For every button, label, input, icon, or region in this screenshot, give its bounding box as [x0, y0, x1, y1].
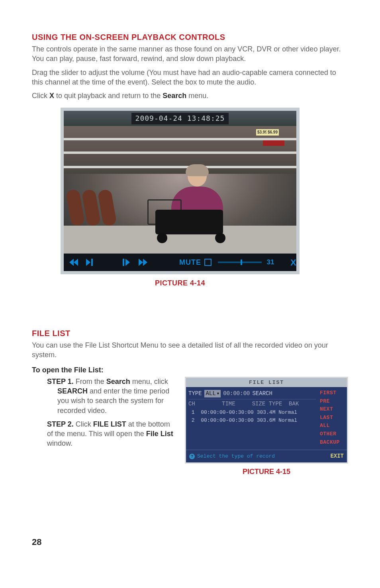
figure-caption: PICTURE 4-14 [61, 278, 300, 288]
text: From the [74, 378, 106, 385]
close-playback-button[interactable]: X [290, 257, 296, 269]
hint-icon: ? [189, 454, 195, 459]
file-list-search-row: TYPE ALL ▼ 00:00:00 SEARCH [188, 389, 316, 399]
playback-control-bar: MUTE 31 X [64, 254, 296, 271]
side-button-next[interactable]: NEXT [320, 406, 345, 413]
scooter-cart [147, 199, 247, 243]
fast-forward-icon[interactable] [139, 259, 148, 266]
price-tag: $6.99 [266, 129, 279, 136]
rewind-icon[interactable] [69, 259, 79, 266]
paragraph: You can use the File List Shortcut Menu … [32, 340, 348, 360]
heading-open-file-list: To open the File List: [32, 365, 348, 375]
type-dropdown[interactable]: ALL ▼ [204, 390, 221, 397]
search-button[interactable]: SEARCH [252, 390, 272, 397]
sale-sign [263, 140, 284, 146]
col-size: SIZE [252, 401, 266, 407]
text-bold-x: X [49, 92, 54, 100]
file-list-hint: ?Select the type of record [189, 453, 275, 460]
text: Click [32, 92, 49, 100]
heading-playback-controls: USING THE ON-SCREEN PLAYBACK CONTROLS [32, 32, 348, 43]
skip-forward-icon[interactable] [86, 259, 96, 266]
chevron-down-icon: ▼ [217, 391, 219, 396]
mute-group: MUTE 31 [179, 258, 276, 267]
type-label: TYPE [188, 390, 202, 397]
volume-value: 31 [265, 258, 276, 267]
type-value: ALL [206, 390, 216, 397]
table-row[interactable]: 1 00:00:00-00:30:00 303.4M Normal [188, 409, 316, 417]
meat-display [69, 190, 128, 242]
paragraph: Click X to quit playback and return to t… [32, 91, 348, 100]
file-list-window: FILE LIST TYPE ALL ▼ 00:00:00 SEARCH CH … [185, 377, 348, 464]
mute-checkbox[interactable] [204, 259, 212, 266]
file-list-screenshot: FILE LIST TYPE ALL ▼ 00:00:00 SEARCH CH … [185, 377, 348, 477]
text: to quit playback and return to the [54, 92, 163, 100]
text: window. [47, 439, 72, 447]
mute-label: MUTE [179, 258, 201, 267]
col-type: TYPE [269, 401, 282, 407]
text-bold: SEARCH [57, 387, 88, 395]
col-time: TIME [222, 401, 235, 407]
side-button-first[interactable]: FIRST [320, 389, 345, 397]
page-number: 28 [32, 536, 348, 548]
side-button-pre[interactable]: PRE [320, 398, 345, 405]
paragraph: The controls operate in the same manner … [32, 44, 348, 64]
text: menu. [186, 92, 208, 100]
video-body: CAMERA01 $3.99 $6.99 [64, 126, 296, 254]
side-button-last[interactable]: LAST [320, 414, 345, 421]
file-list-side-buttons: FIRSTPRENEXTLASTALLOTHERBACKUP [318, 387, 347, 450]
text: Click [74, 420, 93, 428]
timestamp-overlay: 2009-04-24 13:48:25 [131, 113, 229, 124]
file-list-table-header: CH TIME SIZE TYPE BAK [188, 399, 316, 409]
side-button-all[interactable]: ALL [320, 422, 345, 429]
text-bold: Search [106, 378, 130, 385]
side-button-backup[interactable]: BACKUP [320, 439, 345, 446]
video-top: 2009-04-24 13:48:25 [64, 111, 296, 126]
volume-slider-track[interactable] [218, 262, 262, 263]
svg-rect-1 [123, 259, 124, 266]
text-bold: FILE LIST [93, 420, 126, 428]
table-row[interactable]: 2 00:00:00-00:30:00 303.6M Normal [188, 417, 316, 425]
video-frame: 2009-04-24 13:48:25 CAMERA01 $3.99 $6.99 [61, 108, 300, 274]
step-lead: STEP 2. [47, 420, 74, 428]
step-lead: STEP 1. [47, 378, 74, 385]
heading-file-list: FILE LIST [32, 328, 348, 339]
hint-text: Select the type of record [197, 453, 275, 459]
volume-slider-handle[interactable] [241, 260, 242, 265]
paragraph: Drag the slider to adjust the volume (Yo… [32, 68, 348, 87]
text-bold: File List [146, 430, 173, 438]
figure-caption: PICTURE 4-15 [185, 467, 348, 476]
col-ch: CH [188, 401, 195, 407]
time-value: 00:00:00 [223, 390, 250, 397]
text: menu, click [130, 378, 168, 385]
exit-button[interactable]: EXIT [330, 452, 344, 460]
playback-screenshot: 2009-04-24 13:48:25 CAMERA01 $3.99 $6.99 [61, 108, 300, 288]
svg-rect-0 [91, 259, 93, 266]
step-2: STEP 2. Click FILE LIST at the bottom of… [47, 419, 175, 448]
text-bold-search: Search [163, 92, 186, 100]
step-1: STEP 1. From the Search menu, click SEAR… [47, 377, 175, 415]
slow-play-icon[interactable] [122, 259, 131, 266]
file-list-title: FILE LIST [186, 378, 347, 387]
steps-column: STEP 1. From the Search menu, click SEAR… [32, 377, 175, 452]
col-bak: BAK [289, 401, 299, 407]
side-button-other[interactable]: OTHER [320, 431, 345, 438]
